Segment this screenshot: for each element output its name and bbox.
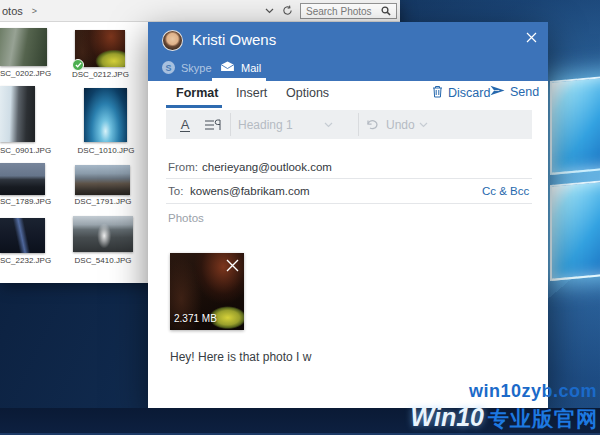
photo-thumbnail[interactable] <box>0 218 45 253</box>
remove-attachment-icon[interactable] <box>224 257 240 273</box>
search-input[interactable] <box>301 5 379 17</box>
photo-thumbnail[interactable] <box>0 163 45 195</box>
close-icon[interactable] <box>523 29 539 45</box>
breadcrumb-chevron: > <box>32 6 37 16</box>
breadcrumb-label: otos <box>2 5 23 17</box>
chevron-down-icon[interactable] <box>262 3 277 18</box>
photo-filename: SC_1789.JPG <box>0 197 51 206</box>
photo-filename: DSC_5410.JPG <box>73 256 133 265</box>
tab-mail[interactable]: Mail <box>220 61 261 74</box>
to-label: To: <box>168 185 183 197</box>
watermark-brand-latin: Win10 <box>411 403 484 432</box>
from-field[interactable]: cherieyang@outlook.com <box>202 161 332 173</box>
message-body[interactable]: Hey! Here is that photo I w <box>170 350 311 364</box>
undo-button[interactable]: Undo <box>386 110 415 139</box>
discard-button[interactable]: Discard <box>432 85 490 101</box>
font-formatting-button[interactable]: A <box>172 110 198 139</box>
font-formatting-label: A <box>180 118 191 132</box>
ribbon-tabs: Format Insert Options Discard Send <box>148 81 548 108</box>
screen: otos > SC_0202.JPG DSC_0212.J <box>0 0 600 435</box>
windows-logo-pane-bottom <box>550 179 600 281</box>
photo-filename: SC_0901.JPG <box>0 146 51 155</box>
refresh-icon[interactable] <box>280 3 295 18</box>
photo-filename: DSC_0212.JPG <box>72 70 128 79</box>
cc-bcc-link[interactable]: Cc & Bcc <box>482 185 529 197</box>
discard-label: Discard <box>448 86 490 100</box>
field-divider <box>166 178 532 179</box>
mail-compose-window: Kristi Owens S Skype Mail Format Insert … <box>148 22 548 408</box>
toolbar-divider <box>230 113 231 136</box>
photo-filename: DSC_1791.JPG <box>73 197 133 206</box>
windows-logo-pane-top <box>550 75 600 175</box>
attachment-size: 2.371 MB <box>174 313 217 324</box>
tab-skype[interactable]: S Skype <box>162 61 212 74</box>
send-button[interactable]: Send <box>490 85 539 99</box>
subject-field[interactable]: Photos <box>168 212 204 224</box>
undo-icon[interactable] <box>366 110 379 139</box>
tab-mail-label: Mail <box>241 62 261 74</box>
mail-icon <box>220 61 235 74</box>
toolbar-divider <box>358 113 359 136</box>
field-divider <box>166 203 532 204</box>
style-dropdown-value: Heading 1 <box>238 118 293 132</box>
photo-attachment: 2.371 MB <box>170 253 244 330</box>
photos-title-bar: otos > <box>0 0 400 22</box>
undo-label: Undo <box>386 118 415 132</box>
breadcrumb[interactable]: otos > <box>2 5 37 17</box>
photo-filename: DSC_1010.JPG <box>76 146 136 155</box>
format-tab-underline <box>166 105 222 108</box>
photo-thumbnail[interactable] <box>0 86 35 142</box>
photo-thumbnail-selected[interactable] <box>75 30 125 67</box>
photo-thumbnail[interactable] <box>73 216 133 252</box>
photo-thumbnail[interactable] <box>0 28 47 66</box>
watermark-brand: Win10 专业版官网 <box>411 403 598 433</box>
style-dropdown[interactable]: Heading 1 <box>238 110 293 139</box>
search-box[interactable] <box>300 3 397 19</box>
tab-options[interactable]: Options <box>286 86 329 100</box>
photo-filename: SC_2232.JPG <box>0 256 51 265</box>
chevron-down-icon[interactable] <box>419 110 428 139</box>
send-label: Send <box>510 85 539 99</box>
watermark-site: win10zyb.com <box>469 381 597 402</box>
photo-thumbnail[interactable] <box>75 165 130 195</box>
paragraph-formatting-icon[interactable] <box>200 110 226 139</box>
send-icon <box>490 85 505 99</box>
tab-insert[interactable]: Insert <box>236 86 267 100</box>
watermark-band: Win10 专业版官网 <box>0 408 600 435</box>
tab-skype-label: Skype <box>181 62 212 74</box>
watermark-brand-cn: 专业版官网 <box>488 405 598 433</box>
chevron-down-icon[interactable] <box>324 110 333 139</box>
tab-format[interactable]: Format <box>176 86 218 100</box>
trash-icon <box>432 85 443 101</box>
contact-header: Kristi Owens S Skype Mail <box>148 22 548 81</box>
format-toolbar: A Heading 1 Undo <box>166 110 532 139</box>
skype-icon: S <box>162 61 175 74</box>
avatar <box>162 30 183 51</box>
to-field[interactable]: kowens@fabrikam.com <box>190 185 310 197</box>
search-icon <box>379 6 393 16</box>
contact-name: Kristi Owens <box>192 31 276 48</box>
photo-filename: SC_0202.JPG <box>0 69 51 78</box>
from-label: From: <box>168 161 198 173</box>
photo-thumbnail[interactable] <box>84 88 127 142</box>
